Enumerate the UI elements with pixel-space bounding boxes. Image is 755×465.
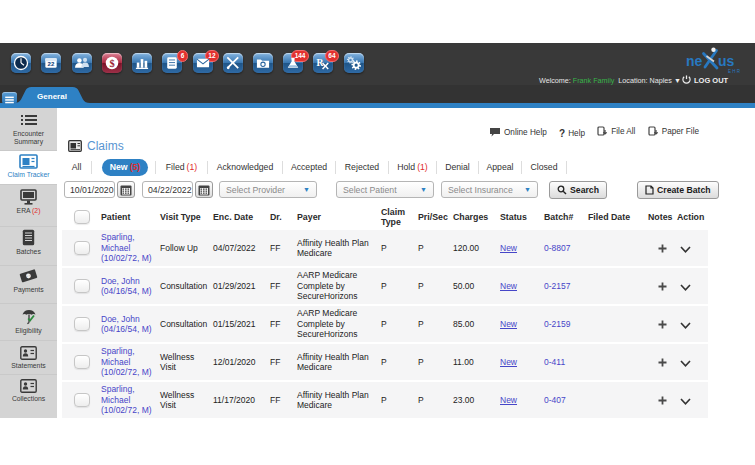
svg-text:us: us	[718, 53, 735, 69]
svg-text:R: R	[317, 57, 324, 68]
svg-text:22: 22	[48, 60, 55, 67]
svg-text:$: $	[109, 58, 114, 69]
svg-text:General: General	[37, 92, 67, 101]
svg-text:ne: ne	[686, 53, 703, 69]
svg-text:$: $	[27, 273, 30, 279]
svg-text:E H R: E H R	[728, 69, 741, 74]
